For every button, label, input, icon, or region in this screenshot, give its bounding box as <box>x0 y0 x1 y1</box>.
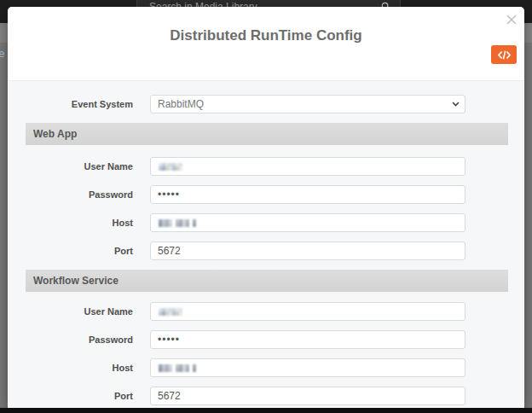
section-header-web-app: Web App <box>26 123 508 145</box>
password-label: Password <box>8 334 133 345</box>
event-system-value: RabbitMQ <box>158 98 204 110</box>
redacted-value <box>193 364 196 372</box>
password-label: Password <box>8 189 133 200</box>
webapp-password-row: Password <box>8 185 524 204</box>
window-bottom-edge <box>0 408 532 413</box>
event-system-select[interactable]: RabbitMQ <box>150 95 466 113</box>
redacted-value <box>176 219 189 227</box>
webapp-host-input[interactable] <box>150 213 466 232</box>
port-label: Port <box>8 246 133 256</box>
webapp-username-input[interactable] <box>150 157 466 176</box>
workflow-username-row: User Name <box>8 302 524 321</box>
redacted-value <box>159 364 172 372</box>
host-label: Host <box>8 363 133 373</box>
workflow-password-row: Password <box>8 330 524 349</box>
workflow-port-input[interactable] <box>150 387 466 405</box>
redacted-value <box>159 219 172 227</box>
modal-header: Distributed RunTime Config <box>8 7 524 81</box>
code-view-button[interactable] <box>491 45 517 64</box>
port-label: Port <box>8 391 133 401</box>
redacted-value <box>176 364 189 372</box>
webapp-host-row: Host <box>8 213 524 232</box>
event-system-row: Event System RabbitMQ <box>8 95 524 113</box>
host-label: Host <box>8 218 133 228</box>
workflow-password-input[interactable] <box>150 330 466 349</box>
username-label: User Name <box>8 306 133 317</box>
workflow-host-input[interactable] <box>150 358 466 377</box>
close-icon[interactable] <box>506 15 517 25</box>
username-label: User Name <box>8 161 133 172</box>
webapp-port-input[interactable] <box>150 241 466 260</box>
distributed-runtime-config-modal: Distributed RunTime Config Event System … <box>8 7 524 408</box>
chevron-down-icon <box>452 102 460 107</box>
workflow-port-row: Port <box>8 387 524 405</box>
redacted-value <box>159 308 182 316</box>
event-system-label: Event System <box>8 99 133 109</box>
code-icon <box>498 50 511 60</box>
modal-body: Event System RabbitMQ Web App User Name … <box>8 81 524 405</box>
webapp-username-row: User Name <box>8 157 524 176</box>
section-header-workflow-service: Workflow Service <box>26 270 508 292</box>
workflow-host-row: Host <box>8 358 524 377</box>
workflow-username-input[interactable] <box>150 302 466 321</box>
webapp-password-input[interactable] <box>150 185 466 204</box>
modal-title: Distributed RunTime Config <box>8 7 524 44</box>
redacted-value <box>193 219 196 227</box>
webapp-port-row: Port <box>8 241 524 260</box>
redacted-value <box>159 163 182 171</box>
